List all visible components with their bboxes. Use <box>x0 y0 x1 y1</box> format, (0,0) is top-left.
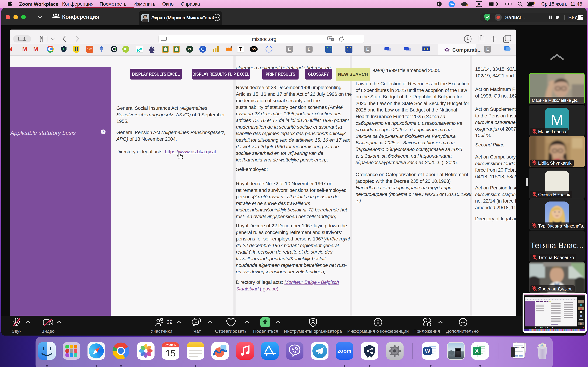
svg-text:!: ! <box>467 5 467 7</box>
svg-text:A: A <box>329 37 331 40</box>
svg-text:✕: ✕ <box>331 39 333 41</box>
